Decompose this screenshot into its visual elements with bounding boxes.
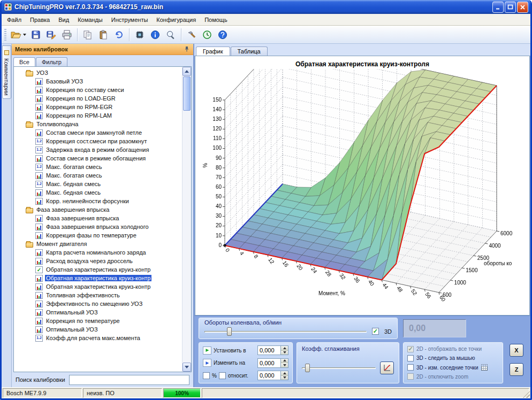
tree-item[interactable]: Базовый УОЗ [15, 77, 182, 86]
surface-chart-canvas[interactable] [198, 69, 527, 310]
relative-checkbox[interactable] [219, 372, 226, 379]
toolbar-zoom-button[interactable] [163, 27, 178, 42]
scrollbar-thumb[interactable] [183, 76, 191, 111]
open-dropdown-arrow-icon[interactable] [23, 34, 26, 36]
tree-item[interactable]: Коррекция сост.смеси при разомкнут [15, 137, 182, 145]
set-value-field[interactable]: 0,000 [258, 346, 280, 355]
toolbar-undo-button[interactable] [111, 27, 126, 42]
percent-checkbox[interactable] [203, 372, 210, 379]
spin-down-button[interactable] [281, 363, 288, 367]
rpm-group: Обороты коленвала, об/мин 3D [199, 318, 398, 339]
tree-item[interactable]: Коэфф.для расчета макс.момента [15, 334, 182, 342]
smoothing-slider-thumb[interactable] [305, 364, 310, 372]
tree-scrollbar[interactable] [182, 67, 191, 372]
tree-item[interactable]: Топливная эффективность [15, 291, 182, 299]
spin-up-button[interactable] [281, 346, 288, 351]
tree-item[interactable]: Эффективность по смещению УОЗ [15, 299, 182, 308]
tree-item[interactable]: Коррекция по LOAD-EGR [15, 94, 182, 103]
menu-item-file[interactable]: Файл [3, 15, 26, 25]
rpm-slider-thumb[interactable] [227, 327, 232, 336]
apply-smoothing-button[interactable] [380, 361, 394, 374]
toolbar-tools-button[interactable] [184, 27, 199, 42]
tree-item[interactable]: Обратная характеристика круиз-контр [15, 265, 182, 274]
tree-item[interactable]: Коррекция по температуре [15, 317, 182, 325]
change-value-button[interactable] [203, 359, 211, 367]
toolbar-refresh-button[interactable] [200, 27, 215, 42]
toolbar-chip-button[interactable] [132, 27, 147, 42]
smoothing-slider[interactable] [302, 363, 376, 373]
titlebar[interactable]: ChipTuningPRO ver.7.0.3.734 - 96842715_r… [2, 0, 530, 14]
axis-z-button[interactable]: Z [510, 363, 523, 376]
tree-item[interactable]: Фаза завершения впрыска холодного [15, 222, 182, 231]
toolbar-grip[interactable] [4, 29, 6, 41]
tree-item[interactable]: УОЗ [15, 68, 182, 77]
tree-item[interactable]: Коррекция по составу смеси [15, 86, 182, 94]
menu-item-commands[interactable]: Команды [73, 15, 107, 25]
tab-graph[interactable]: График [196, 47, 230, 56]
toolbar-open-button[interactable] [9, 27, 28, 42]
relative-field[interactable]: 0,000 [258, 371, 280, 380]
axis-x-button[interactable]: X [510, 344, 523, 357]
pin-icon[interactable] [184, 46, 190, 52]
spin-down-button[interactable] [281, 376, 288, 380]
tree-item[interactable]: Расход воздуха через дроссель [15, 257, 182, 265]
calibration-search-input[interactable] [69, 375, 189, 385]
tree-item[interactable]: Макс. богатая смесь [15, 163, 182, 171]
tree-item[interactable]: Коррекция фазы по температуре [15, 231, 182, 240]
toolbar-save-edit-button[interactable] [44, 27, 59, 42]
tree-item[interactable]: Корр. нелинейности форсунки [15, 197, 182, 205]
menu-item-edit[interactable]: Правка [26, 15, 54, 25]
tree-item[interactable]: Макс. бедная смесь [15, 188, 182, 197]
change-value-spinner[interactable]: 0,000 [257, 358, 288, 368]
tree-item[interactable]: Коррекция по RPM-EGR [15, 103, 182, 111]
spin-down-button[interactable] [281, 351, 288, 355]
toolbar-print-button[interactable] [59, 27, 74, 42]
tab-filter[interactable]: Фильтр [36, 57, 67, 66]
smoothing-slider-track[interactable] [302, 367, 376, 369]
3d-checkbox[interactable] [372, 328, 379, 335]
comments-side-tab[interactable]: Комментарии [2, 45, 11, 99]
menu-item-help[interactable]: Помощь [200, 15, 232, 25]
menu-item-tools[interactable]: Инструменты [107, 15, 153, 25]
tree-item[interactable]: Момент двигателя [15, 240, 182, 248]
tree-item[interactable]: Состав смеси в режиме обогащения [15, 154, 182, 163]
minimize-button[interactable] [492, 2, 504, 13]
tree-item[interactable]: Коррекция по RPM-LAM [15, 111, 182, 120]
toolbar-info-button[interactable] [148, 27, 163, 42]
close-button[interactable] [517, 2, 528, 13]
tree-item[interactable]: Обратная характеристика круиз-контр [15, 274, 182, 282]
scroll-up-button[interactable] [183, 67, 191, 76]
set-value-button[interactable] [203, 347, 211, 355]
tree-item-label: Макс. бедная смесь [45, 181, 102, 187]
scroll-down-button[interactable] [183, 363, 191, 372]
grid-table-icon[interactable] [481, 364, 488, 371]
tree-item[interactable]: Карта расчета номинального заряда [15, 248, 182, 257]
toolbar-copy-button[interactable] [80, 27, 95, 42]
tree-item[interactable]: Состав смеси при замкнутой петле [15, 128, 182, 137]
tree-item[interactable]: Топливоподача [15, 120, 182, 128]
toolbar-paste-button[interactable] [96, 27, 111, 42]
relative-spinner[interactable]: 0,000 [257, 371, 288, 380]
option-checkbox[interactable] [407, 355, 414, 361]
tree-item[interactable]: Макс. богатая смесь [15, 171, 182, 180]
spin-up-button[interactable] [281, 371, 288, 376]
tree-item[interactable]: Оптимальный УОЗ [15, 308, 182, 317]
tree-item[interactable]: Оптимальный УОЗ [15, 325, 182, 334]
option-checkbox[interactable] [407, 364, 414, 371]
menu-item-config[interactable]: Конфигурация [152, 15, 200, 25]
change-value-field[interactable]: 0,000 [258, 359, 280, 367]
tree-item[interactable]: Задержка входа в режим обогащения [15, 145, 182, 154]
tree-item[interactable]: Обратная характеристика круиз-контр [15, 282, 182, 291]
toolbar-save-button[interactable] [28, 27, 43, 42]
maximize-button[interactable] [505, 2, 516, 13]
toolbar-help-button[interactable] [215, 27, 230, 42]
set-value-spinner[interactable]: 0,000 [257, 345, 288, 355]
tree-item[interactable]: Фаза завершения впрыска [15, 214, 182, 222]
tab-table[interactable]: Таблица [231, 47, 268, 56]
tab-all[interactable]: Все [13, 57, 35, 66]
tree-item[interactable]: Макс. бедная смесь [15, 180, 182, 188]
spin-up-button[interactable] [281, 359, 288, 364]
rpm-slider[interactable] [204, 327, 367, 336]
tree-item[interactable]: Фаза завершения впрыска [15, 205, 182, 214]
menu-item-view[interactable]: Вид [54, 15, 73, 25]
